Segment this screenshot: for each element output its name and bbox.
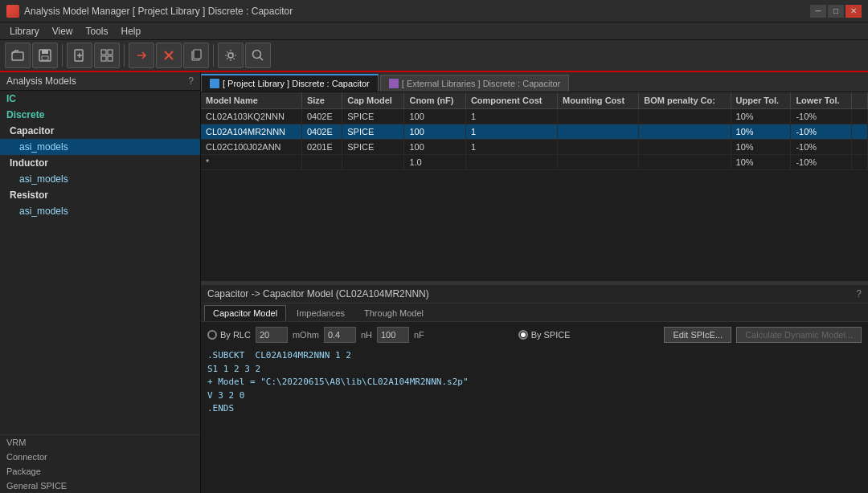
by-rlc-group[interactable]: By RLC xyxy=(207,330,251,340)
table-row[interactable]: *1.010%-10% xyxy=(201,155,868,170)
table-cell: CL02A103KQ2NNN xyxy=(201,109,301,124)
toolbar-sep-1 xyxy=(62,44,63,67)
by-rlc-radio[interactable] xyxy=(207,330,217,340)
table-cell: 1 xyxy=(465,124,557,140)
table-cell: -10% xyxy=(791,140,852,155)
edit-spice-button[interactable]: Edit SPIcE... xyxy=(664,327,731,343)
new-button[interactable] xyxy=(67,43,92,68)
table-row[interactable]: CL02A103KQ2NNN0402ESPICE100110%-10% xyxy=(201,109,868,124)
svg-rect-8 xyxy=(108,56,113,61)
table-area[interactable]: Model Name Size Cap Model Cnom (nF) Comp… xyxy=(201,92,868,281)
save-button[interactable] xyxy=(32,43,58,68)
by-spice-group[interactable]: By SPICE xyxy=(518,330,571,340)
tab-external[interactable]: [ External Libraries ] Discrete : Capaci… xyxy=(380,75,569,92)
table-cell-extra xyxy=(852,109,868,124)
svg-rect-0 xyxy=(12,52,23,60)
bottom-help-icon[interactable]: ? xyxy=(856,288,862,299)
table-cell xyxy=(558,140,639,155)
by-spice-label: By SPICE xyxy=(531,330,571,340)
delete-button[interactable] xyxy=(156,43,182,68)
sidebar-item-discrete[interactable]: Discrete xyxy=(0,107,200,123)
toolbar xyxy=(0,40,868,72)
table-cell xyxy=(558,124,639,140)
col-model-name[interactable]: Model Name xyxy=(201,92,301,109)
table-cell: 10% xyxy=(731,140,791,155)
table-cell xyxy=(639,109,731,124)
table-cell: 1 xyxy=(465,109,557,124)
maximize-btn[interactable]: □ xyxy=(828,5,844,18)
table-cell: 0402E xyxy=(301,124,342,140)
minimize-btn[interactable]: ─ xyxy=(810,5,826,18)
calc-dynamic-button[interactable]: Calculate Dynamic Model... xyxy=(736,327,862,343)
settings-button[interactable] xyxy=(218,43,244,68)
col-lower-tol[interactable]: Lower Tol. xyxy=(791,92,852,109)
tab-external-icon xyxy=(389,79,399,88)
sidebar-item-ic[interactable]: IC xyxy=(0,91,200,107)
close-btn[interactable]: ✕ xyxy=(845,5,862,18)
col-cnom[interactable]: Cnom (nF) xyxy=(404,92,465,109)
copy-button[interactable] xyxy=(183,43,209,68)
table-cell: 100 xyxy=(404,124,465,140)
table-cell: 0402E xyxy=(301,109,342,124)
table-cell-extra xyxy=(852,124,868,140)
sidebar-item-asi-models-res[interactable]: asi_models xyxy=(0,203,200,219)
toolbar-sep-3 xyxy=(213,44,214,67)
col-cap-model[interactable]: Cap Model xyxy=(342,92,404,109)
grid-button[interactable] xyxy=(94,43,120,68)
table-row[interactable]: CL02A104MR2NNN0402ESPICE100110%-10% xyxy=(201,124,868,140)
sidebar-bottom: VRM Connector Package General SPICE xyxy=(0,434,200,493)
table-cell: 0201E xyxy=(301,140,342,155)
menu-view[interactable]: View xyxy=(46,24,80,39)
titlebar: Analysis Model Manager [ Project Library… xyxy=(0,0,868,22)
col-upper-tol[interactable]: Upper Tol. xyxy=(731,92,791,109)
btab-impedances[interactable]: Impedances xyxy=(288,305,354,321)
table-cell xyxy=(639,140,731,155)
sidebar-item-connector[interactable]: Connector xyxy=(0,450,200,464)
col-size[interactable]: Size xyxy=(301,92,342,109)
r-input[interactable] xyxy=(256,327,288,343)
bottom-panel: Capacitor -> Capacitor Model (CL02A104MR… xyxy=(201,284,868,493)
sidebar-label-inductor: Inductor xyxy=(10,157,48,169)
sidebar-item-general-spice[interactable]: General SPICE xyxy=(0,479,200,493)
table-row[interactable]: CL02C100J02ANN0201ESPICE100110%-10% xyxy=(201,140,868,155)
table-cell-extra xyxy=(852,155,868,170)
table-cell: 100 xyxy=(404,109,465,124)
sidebar-label-asi-models-res: asi_models xyxy=(19,206,68,217)
main-area: Analysis Models ? IC Discrete Capacitor … xyxy=(0,72,868,493)
tab-project[interactable]: [ Project Library ] Discrete : Capacitor xyxy=(201,74,379,92)
tab-bar: [ Project Library ] Discrete : Capacitor… xyxy=(201,72,868,92)
sidebar-item-asi-models-cap[interactable]: asi_models xyxy=(0,139,200,155)
table-cell: 10% xyxy=(731,124,791,140)
btab-capacitor-model[interactable]: Capacitor Model xyxy=(204,305,286,321)
table-cell xyxy=(342,155,404,170)
window-controls: ─ □ ✕ xyxy=(810,5,862,18)
col-bom-penalty[interactable]: BOM penalty Co: xyxy=(639,92,731,109)
sidebar-item-inductor[interactable]: Inductor xyxy=(0,155,200,171)
btab-through-model[interactable]: Through Model xyxy=(355,305,432,321)
menu-library[interactable]: Library xyxy=(3,24,46,39)
search-button[interactable] xyxy=(245,43,271,68)
sidebar-label-vrm: VRM xyxy=(6,438,26,447)
sidebar-item-capacitor[interactable]: Capacitor xyxy=(0,123,200,139)
sidebar-title: Analysis Models xyxy=(6,75,76,87)
sidebar-item-package[interactable]: Package xyxy=(0,464,200,479)
sidebar-item-resistor[interactable]: Resistor xyxy=(0,187,200,203)
table-cell: -10% xyxy=(791,109,852,124)
import-button[interactable] xyxy=(129,43,154,68)
app-icon xyxy=(6,5,19,18)
sidebar-item-asi-models-ind[interactable]: asi_models xyxy=(0,171,200,187)
l-input[interactable] xyxy=(324,327,356,343)
sidebar-label-package: Package xyxy=(6,467,41,476)
menu-help[interactable]: Help xyxy=(115,24,148,39)
open-button[interactable] xyxy=(5,43,31,68)
sidebar-help-icon[interactable]: ? xyxy=(188,75,194,87)
menu-tools[interactable]: Tools xyxy=(79,24,114,39)
sidebar-label-discrete: Discrete xyxy=(6,109,44,120)
col-component-cost[interactable]: Component Cost xyxy=(465,92,557,109)
by-spice-radio[interactable] xyxy=(518,330,528,340)
c-input[interactable] xyxy=(377,327,409,343)
sidebar-header: Analysis Models ? xyxy=(0,72,200,91)
table-cell: -10% xyxy=(791,155,852,170)
col-mounting-cost[interactable]: Mounting Cost xyxy=(558,92,639,109)
sidebar-item-vrm[interactable]: VRM xyxy=(0,435,200,450)
